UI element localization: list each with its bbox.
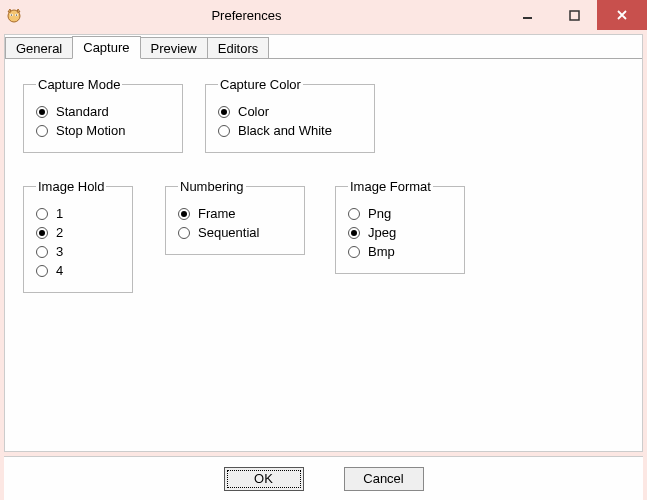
radio-icon [178, 208, 190, 220]
tab-editors[interactable]: Editors [207, 37, 269, 59]
tab-general[interactable]: General [5, 37, 73, 59]
radio-icon [36, 208, 48, 220]
radio-sequential[interactable]: Sequential [178, 225, 292, 240]
window-controls [505, 0, 647, 30]
radio-icon [218, 125, 230, 137]
radio-jpeg[interactable]: Jpeg [348, 225, 452, 240]
radio-icon [348, 246, 360, 258]
radio-color[interactable]: Color [218, 104, 362, 119]
app-icon [6, 7, 22, 23]
svg-rect-5 [523, 17, 532, 19]
radio-label: Frame [198, 206, 236, 221]
radio-label: Sequential [198, 225, 259, 240]
radio-label: Standard [56, 104, 109, 119]
radio-icon [218, 106, 230, 118]
radio-icon [36, 246, 48, 258]
radio-label: 3 [56, 244, 63, 259]
close-button[interactable] [597, 0, 647, 30]
ok-button[interactable]: OK [224, 467, 304, 491]
legend-capture-mode: Capture Mode [36, 77, 122, 92]
radio-standard[interactable]: Standard [36, 104, 170, 119]
radio-bw[interactable]: Black and White [218, 123, 362, 138]
radio-icon [36, 125, 48, 137]
radio-png[interactable]: Png [348, 206, 452, 221]
minimize-button[interactable] [505, 0, 551, 30]
maximize-icon [569, 10, 580, 21]
radio-label: Bmp [368, 244, 395, 259]
radio-hold-2[interactable]: 2 [36, 225, 120, 240]
window-title: Preferences [28, 8, 505, 23]
radio-label: Stop Motion [56, 123, 125, 138]
close-icon [616, 9, 628, 21]
main-panel: General Capture Preview Editors Capture … [4, 34, 643, 452]
radio-hold-1[interactable]: 1 [36, 206, 120, 221]
svg-rect-6 [570, 11, 579, 20]
radio-icon [36, 265, 48, 277]
tab-strip: General Capture Preview Editors [5, 34, 642, 58]
titlebar: Preferences [0, 0, 647, 30]
radio-icon [178, 227, 190, 239]
tab-content: Capture Mode Standard Stop Motion Captur… [5, 58, 642, 450]
group-image-format: Image Format Png Jpeg Bmp [335, 179, 465, 274]
legend-numbering: Numbering [178, 179, 246, 194]
radio-frame[interactable]: Frame [178, 206, 292, 221]
radio-hold-4[interactable]: 4 [36, 263, 120, 278]
legend-image-format: Image Format [348, 179, 433, 194]
group-capture-color: Capture Color Color Black and White [205, 77, 375, 153]
tab-capture[interactable]: Capture [72, 36, 140, 59]
radio-stop-motion[interactable]: Stop Motion [36, 123, 170, 138]
radio-label: Jpeg [368, 225, 396, 240]
svg-point-3 [11, 14, 12, 15]
legend-capture-color: Capture Color [218, 77, 303, 92]
radio-label: Png [368, 206, 391, 221]
legend-image-hold: Image Hold [36, 179, 106, 194]
radio-label: 1 [56, 206, 63, 221]
radio-icon [348, 227, 360, 239]
radio-hold-3[interactable]: 3 [36, 244, 120, 259]
radio-bmp[interactable]: Bmp [348, 244, 452, 259]
minimize-icon [522, 9, 534, 21]
cancel-button[interactable]: Cancel [344, 467, 424, 491]
radio-icon [36, 227, 48, 239]
tab-preview[interactable]: Preview [140, 37, 208, 59]
maximize-button[interactable] [551, 0, 597, 30]
radio-label: Black and White [238, 123, 332, 138]
group-capture-mode: Capture Mode Standard Stop Motion [23, 77, 183, 153]
radio-icon [348, 208, 360, 220]
radio-label: 2 [56, 225, 63, 240]
group-numbering: Numbering Frame Sequential [165, 179, 305, 255]
group-image-hold: Image Hold 1 2 3 4 [23, 179, 133, 293]
radio-label: 4 [56, 263, 63, 278]
dialog-footer: OK Cancel [4, 456, 643, 500]
radio-label: Color [238, 104, 269, 119]
radio-icon [36, 106, 48, 118]
svg-point-4 [16, 14, 17, 15]
